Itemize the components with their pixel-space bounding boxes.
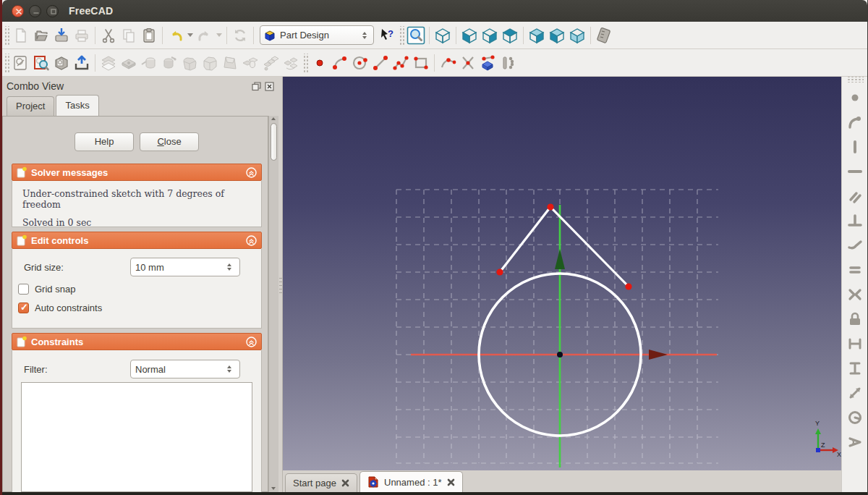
- sketch-line-left[interactable]: [500, 207, 550, 272]
- fit-all-button[interactable]: [406, 25, 426, 46]
- constraint-horizontal-distance-button[interactable]: [846, 334, 864, 353]
- toolbar-drag-handle[interactable]: [399, 26, 404, 45]
- origin-point[interactable]: [557, 352, 563, 358]
- paste-button[interactable]: [139, 25, 159, 46]
- leave-sketch-button[interactable]: [72, 53, 92, 73]
- constraint-coincident-button[interactable]: [846, 88, 864, 107]
- panel-close-icon[interactable]: [265, 82, 274, 91]
- toolbar-drag-handle[interactable]: [846, 77, 864, 82]
- auto-constraints-checkbox[interactable]: [18, 302, 29, 313]
- tab-unnamed-document[interactable]: Unnamed : 1*: [359, 471, 463, 492]
- external-geometry-button[interactable]: [478, 53, 498, 73]
- solver-messages-header[interactable]: Solver messages: [12, 164, 262, 181]
- grid-size-spinbox[interactable]: 10 mm: [130, 258, 240, 276]
- save-button[interactable]: [51, 25, 72, 46]
- tab-project[interactable]: Project: [7, 96, 54, 116]
- sketch-vertex-apex[interactable]: [547, 203, 553, 210]
- create-point-button[interactable]: [310, 53, 330, 73]
- view-rear-button[interactable]: [527, 25, 547, 46]
- axonometric-view-button[interactable]: [433, 25, 453, 46]
- create-line-button[interactable]: [370, 53, 391, 73]
- groove-button[interactable]: [159, 53, 179, 73]
- redo-button[interactable]: [195, 25, 215, 46]
- constraint-symmetric-button[interactable]: [846, 285, 864, 304]
- tab-start-page[interactable]: Start page: [285, 473, 357, 492]
- constraint-tangent-button[interactable]: [846, 236, 864, 255]
- copy-button[interactable]: [119, 25, 139, 46]
- constraint-vertical-distance-button[interactable]: [846, 359, 864, 378]
- measure-button[interactable]: [594, 25, 614, 46]
- 3d-viewport[interactable]: Y X Z: [283, 77, 843, 470]
- spinbox-arrows[interactable]: [224, 263, 235, 271]
- sketch-vertex-left[interactable]: [496, 268, 503, 275]
- pocket-button[interactable]: [119, 53, 139, 73]
- view-right-button[interactable]: [480, 25, 500, 46]
- constraint-internal-angle-button[interactable]: [846, 433, 864, 452]
- create-polyline-button[interactable]: [391, 53, 411, 73]
- toolbar-drag-handle[interactable]: [4, 26, 9, 45]
- view-front-button[interactable]: [459, 25, 480, 46]
- scroll-up-icon[interactable]: [271, 117, 276, 120]
- linear-pattern-button[interactable]: [260, 53, 281, 73]
- new-file-button[interactable]: [11, 25, 31, 46]
- toolbar-drag-handle[interactable]: [302, 54, 308, 72]
- collapse-section-icon[interactable]: [246, 167, 257, 178]
- draft-button[interactable]: [220, 53, 240, 73]
- constraint-parallel-button[interactable]: [846, 187, 864, 206]
- create-arc-button[interactable]: [330, 53, 350, 73]
- window-maximize-button[interactable]: [46, 5, 59, 17]
- collapse-section-icon[interactable]: [246, 235, 257, 246]
- undo-dropdown[interactable]: [186, 25, 195, 46]
- panel-scrollbar[interactable]: [268, 116, 278, 492]
- construction-mode-button[interactable]: [498, 53, 519, 73]
- view-left-button[interactable]: [547, 25, 567, 46]
- collapse-section-icon[interactable]: [246, 337, 257, 347]
- chamfer-button[interactable]: [200, 53, 220, 73]
- cut-button[interactable]: [98, 25, 119, 46]
- constraint-radius-button[interactable]: [846, 408, 864, 427]
- create-rectangle-button[interactable]: [411, 53, 431, 73]
- tab-tasks[interactable]: Tasks: [56, 95, 98, 116]
- undo-button[interactable]: [166, 25, 186, 46]
- new-sketch-button[interactable]: [11, 53, 31, 73]
- constraint-filter-combobox[interactable]: Normal: [130, 360, 240, 378]
- constraint-point-on-object-button[interactable]: [846, 113, 864, 132]
- map-sketch-button[interactable]: [51, 53, 72, 73]
- sketch-fillet-button[interactable]: [438, 53, 458, 73]
- edit-controls-header[interactable]: Edit controls: [12, 232, 262, 249]
- pad-button[interactable]: [98, 53, 119, 73]
- window-close-button[interactable]: [12, 5, 24, 17]
- panel-scrollbar-thumb[interactable]: [271, 123, 277, 161]
- refresh-button[interactable]: [230, 25, 250, 46]
- panel-float-icon[interactable]: [252, 82, 261, 91]
- trim-button[interactable]: [458, 53, 478, 73]
- mirrored-button[interactable]: [240, 53, 260, 73]
- constraints-header[interactable]: Constraints: [12, 333, 262, 350]
- whats-this-button[interactable]: ?: [377, 25, 397, 46]
- constraint-perpendicular-button[interactable]: [846, 211, 864, 230]
- view-top-button[interactable]: [500, 25, 520, 46]
- constraint-lock-button[interactable]: [846, 310, 864, 329]
- revolution-button[interactable]: [139, 53, 159, 73]
- window-minimize-button[interactable]: [29, 5, 41, 17]
- constraint-horizontal-button[interactable]: [846, 162, 864, 181]
- sketch-vertex-right[interactable]: [625, 283, 631, 289]
- constraint-distance-button[interactable]: [846, 384, 864, 402]
- fillet-button[interactable]: [179, 53, 200, 73]
- open-file-button[interactable]: [31, 25, 51, 46]
- help-button[interactable]: Help: [75, 132, 134, 151]
- polar-pattern-button[interactable]: [281, 53, 301, 73]
- workbench-selector[interactable]: Part Design: [260, 25, 374, 45]
- constraint-vertical-button[interactable]: [846, 138, 864, 156]
- view-bottom-button[interactable]: [567, 25, 587, 46]
- close-button[interactable]: Close: [140, 132, 199, 151]
- constraint-equal-button[interactable]: [846, 261, 864, 279]
- close-tab-icon[interactable]: [341, 479, 349, 487]
- constraints-list[interactable]: [21, 382, 252, 492]
- scroll-down-icon[interactable]: [271, 487, 276, 490]
- redo-dropdown[interactable]: [215, 25, 224, 46]
- combobox-arrows[interactable]: [224, 365, 235, 373]
- create-circle-button[interactable]: [350, 53, 370, 73]
- close-tab-icon[interactable]: [447, 478, 455, 486]
- grid-snap-checkbox[interactable]: [18, 284, 29, 295]
